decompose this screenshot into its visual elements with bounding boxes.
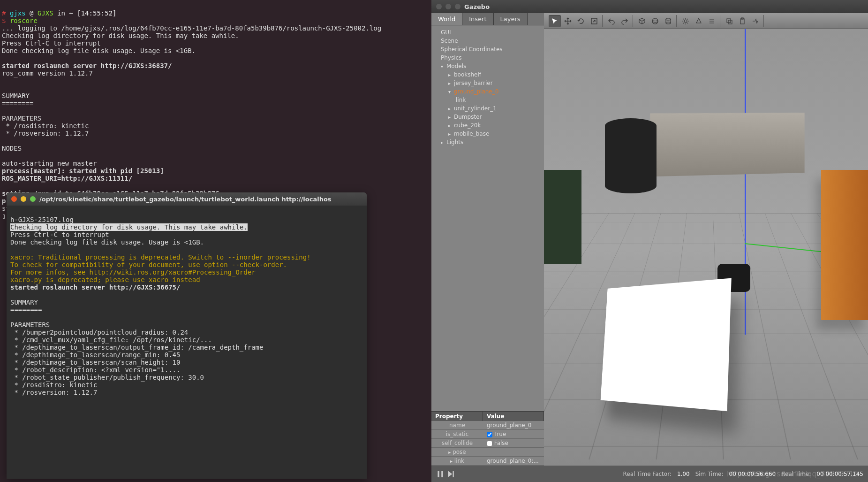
tab-world[interactable]: World bbox=[431, 13, 462, 25]
tree-gui[interactable]: GUI bbox=[435, 28, 540, 37]
rotate-icon[interactable] bbox=[575, 15, 587, 27]
terminal-turtlebot[interactable]: /opt/ros/kinetic/share/turtlebot_gazebo/… bbox=[7, 192, 367, 479]
prompt-dollar: $ bbox=[2, 17, 6, 24]
tree-jersey-barrier[interactable]: ▸jersey_barrier bbox=[435, 79, 540, 87]
step-icon[interactable] bbox=[446, 470, 455, 478]
snap-icon[interactable] bbox=[749, 15, 762, 27]
svg-point-3 bbox=[666, 18, 671, 20]
prompt-at: @ bbox=[30, 9, 33, 17]
prompt-in: in bbox=[57, 9, 65, 17]
chevron-right-icon: ▸ bbox=[448, 106, 452, 111]
xacro-warn-4: xacro.py is deprecated; please use xacro… bbox=[10, 276, 200, 283]
close-icon[interactable] bbox=[11, 196, 17, 202]
tree-spherical[interactable]: Spherical Coordinates bbox=[435, 45, 540, 54]
param2-2: * /depthimage_to_laserscan/output_frame_… bbox=[10, 344, 263, 351]
terminal2-titlebar[interactable]: /opt/ros/kinetic/share/turtlebot_gazebo/… bbox=[7, 192, 367, 206]
cursor: ▯ bbox=[2, 212, 6, 220]
paste-icon[interactable] bbox=[736, 15, 748, 27]
tree-dumpster[interactable]: ▸Dumpster bbox=[435, 113, 540, 121]
undo-icon[interactable] bbox=[605, 15, 618, 27]
copy-icon[interactable] bbox=[723, 15, 735, 27]
prompt-hash: # bbox=[2, 9, 6, 17]
prop-row-pose[interactable]: ▸ pose bbox=[431, 448, 544, 457]
minimize-icon[interactable] bbox=[21, 196, 26, 202]
real-time-value: 00 00:00:57.145 bbox=[816, 471, 863, 477]
svg-point-2 bbox=[652, 20, 658, 22]
selfcollide-checkbox[interactable] bbox=[487, 441, 492, 446]
world-tree[interactable]: GUI Scene Spherical Coordinates Physics … bbox=[431, 25, 544, 411]
gazebo-window: Gazebo World Insert Layers GUI Scene Sph… bbox=[431, 0, 868, 482]
terminal2-body[interactable]: h-GJXS-25107.log Checking log directory … bbox=[7, 206, 367, 406]
svg-rect-7 bbox=[728, 20, 732, 24]
tree-lights[interactable]: ▸Lights bbox=[435, 138, 540, 146]
param2-3: * /depthimage_to_laserscan/range_min: 0.… bbox=[10, 351, 180, 359]
gazebo-title: Gazebo bbox=[464, 3, 490, 10]
sphere-icon[interactable] bbox=[649, 15, 661, 27]
minimize-icon[interactable] bbox=[445, 4, 451, 9]
param2-8: * /rosversion: 1.12.7 bbox=[10, 389, 97, 396]
param2-6: * /robot_state_publisher/publish_frequen… bbox=[10, 374, 204, 381]
tree-scene[interactable]: Scene bbox=[435, 37, 540, 45]
isstatic-checkbox[interactable] bbox=[487, 432, 492, 437]
gazebo-titlebar[interactable]: Gazebo bbox=[431, 0, 868, 13]
model-jersey-barrier[interactable] bbox=[650, 102, 804, 177]
xacro-warn-1: xacro: Traditional processing is depreca… bbox=[10, 253, 311, 261]
model-unit-cylinder[interactable] bbox=[605, 118, 657, 193]
spot-light-icon[interactable] bbox=[693, 15, 705, 27]
select-icon[interactable] bbox=[549, 15, 561, 27]
model-bookshelf[interactable] bbox=[821, 170, 868, 320]
property-table: Property Value name ground_plane_0 is_st… bbox=[431, 411, 544, 466]
gazebo-toolbar bbox=[544, 13, 868, 29]
tree-ground-plane[interactable]: ▾ground_plane_0 bbox=[435, 87, 540, 96]
directional-light-icon[interactable] bbox=[706, 15, 718, 27]
rtf-label: Real Time Factor: bbox=[623, 471, 671, 477]
roscomm-version: ros_comm version 1.12.7 bbox=[2, 69, 93, 77]
tree-ground-link[interactable]: link bbox=[435, 96, 540, 104]
maximize-icon[interactable] bbox=[30, 196, 36, 202]
param2-1: * /cmd_vel_mux/yaml_cfg_file: /opt/ros/k… bbox=[10, 336, 212, 344]
cylinder-icon[interactable] bbox=[662, 15, 674, 27]
prop-row-isstatic[interactable]: is_static True bbox=[431, 430, 544, 439]
terminal2-title: /opt/ros/kinetic/share/turtlebot_gazebo/… bbox=[39, 196, 362, 203]
tree-cube[interactable]: ▸cube_20k bbox=[435, 121, 540, 130]
maximize-icon[interactable] bbox=[455, 4, 460, 9]
param2-0: * /bumper2pointcloud/pointcloud_radius: … bbox=[10, 329, 188, 336]
move-icon[interactable] bbox=[562, 15, 574, 27]
svg-rect-11 bbox=[441, 471, 443, 477]
chevron-right-icon: ▸ bbox=[441, 140, 445, 145]
svg-point-4 bbox=[666, 22, 671, 24]
scene-3d[interactable] bbox=[544, 29, 868, 466]
scale-icon[interactable] bbox=[588, 15, 600, 27]
tree-unit-cylinder[interactable]: ▸unit_cylinder_1 bbox=[435, 104, 540, 113]
prop-row-name[interactable]: name ground_plane_0 bbox=[431, 421, 544, 430]
point-light-icon[interactable] bbox=[679, 15, 692, 27]
svg-rect-8 bbox=[740, 19, 744, 24]
model-cube[interactable] bbox=[601, 278, 732, 412]
tree-mobile-base[interactable]: ▸mobile_base bbox=[435, 130, 540, 138]
check2-3: Done checking log file disk usage. Usage… bbox=[10, 238, 204, 246]
tab-layers[interactable]: Layers bbox=[494, 13, 528, 25]
box-icon[interactable] bbox=[636, 15, 648, 27]
close-icon[interactable] bbox=[436, 4, 442, 9]
property-header: Property Value bbox=[431, 412, 544, 421]
log-tail: h-GJXS-25107.log bbox=[10, 216, 74, 223]
tree-models[interactable]: ▾Models bbox=[435, 62, 540, 70]
prop-row-link[interactable]: ▸ link ground_plane_0:... bbox=[431, 457, 544, 466]
gazebo-bottom-bar: Real Time Factor: 1.00 Sim Time: 00 00:0… bbox=[431, 466, 868, 482]
chevron-right-icon: ▸ bbox=[448, 115, 452, 120]
prompt-user: gjxs bbox=[10, 9, 26, 17]
redo-icon[interactable] bbox=[619, 15, 631, 27]
check2-2: Press Ctrl-C to interrupt bbox=[10, 231, 109, 238]
prompt-time: [14:55:52] bbox=[77, 9, 116, 17]
chevron-right-icon: ▸ bbox=[448, 81, 452, 86]
parameters2-h: PARAMETERS bbox=[10, 321, 50, 329]
tab-insert[interactable]: Insert bbox=[462, 13, 493, 25]
tree-physics[interactable]: Physics bbox=[435, 54, 540, 62]
prop-row-selfcollide[interactable]: self_collide False bbox=[431, 439, 544, 448]
chevron-right-icon: ▸ bbox=[448, 131, 452, 137]
model-dumpster[interactable] bbox=[544, 170, 581, 264]
gazebo-tabs: World Insert Layers bbox=[431, 13, 544, 25]
pause-icon[interactable] bbox=[436, 470, 445, 478]
summary2-sep: ======== bbox=[10, 306, 42, 314]
tree-bookshelf[interactable]: ▸bookshelf bbox=[435, 70, 540, 79]
